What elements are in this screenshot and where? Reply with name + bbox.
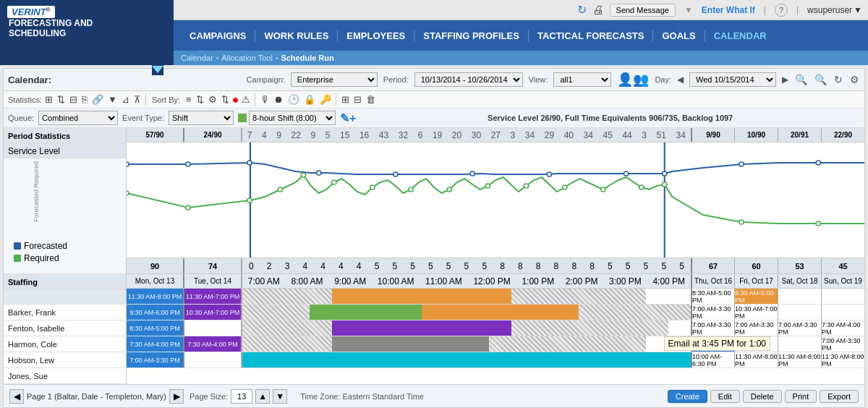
- service-level-label: Service Level: [4, 144, 126, 158]
- barker-mon-shift[interactable]: 11:30 AM-8:00 PM: [127, 289, 184, 304]
- day-select[interactable]: Wed 10/15/2014: [689, 72, 776, 87]
- enter-what-if-link[interactable]: Enter What If: [702, 5, 755, 15]
- jones-wed-shift[interactable]: [242, 352, 691, 367]
- nav-work-rules[interactable]: WORK RULES: [255, 30, 338, 41]
- sort-settings-button[interactable]: ⚙: [207, 93, 218, 106]
- mic-button[interactable]: 🎙: [259, 93, 271, 106]
- svg-point-20: [370, 185, 375, 190]
- sl-cells-intraday: 7492295151643326192030273342940344544351…: [242, 128, 691, 142]
- settings-button[interactable]: ⚙: [850, 74, 859, 85]
- day-label: Day:: [655, 75, 671, 84]
- shift-select[interactable]: 8-hour Shift (8:00): [249, 111, 336, 125]
- add-shift-button[interactable]: ✎+: [340, 111, 356, 125]
- stats-arrow-button[interactable]: ⇅: [56, 93, 67, 106]
- lock-button[interactable]: 🔒: [302, 93, 317, 106]
- hobson-tue-shift[interactable]: 7:30 AM-4:00 PM: [184, 336, 242, 352]
- nav-employees[interactable]: EMPLOYEES: [338, 30, 414, 41]
- page-next-button[interactable]: ▶: [169, 389, 184, 404]
- fenton-wed-shifts: [242, 305, 691, 320]
- fenton-mon-shift[interactable]: 9:30 AM-6:00 PM: [127, 305, 184, 320]
- alert-button[interactable]: ⚠: [240, 93, 252, 106]
- clock-button[interactable]: 🕐: [286, 93, 301, 106]
- help-button[interactable]: ?: [775, 4, 788, 17]
- nav-calendar[interactable]: CALENDAR: [705, 30, 775, 41]
- event-type-select[interactable]: Shift: [169, 111, 234, 125]
- period-select[interactable]: 10/13/2014 - 10/26/2014: [414, 72, 523, 87]
- barker-fri-shift[interactable]: 8:30 AM-5:00 PM: [734, 289, 778, 304]
- shift-color-swatch: [238, 114, 247, 122]
- zoom-out-button[interactable]: 🔍: [814, 74, 827, 85]
- refresh-icon[interactable]: ↻: [577, 3, 587, 17]
- tooltip-email: Email at 3:45 PM for 1:00: [664, 336, 770, 351]
- header: VERINT® FORECASTING AND SCHEDULING ↻ 🖨 S…: [0, 0, 868, 65]
- barker-sun-shift: [821, 289, 864, 304]
- day-prev-button[interactable]: ◀: [677, 75, 684, 85]
- page-size-input[interactable]: [231, 389, 252, 404]
- refresh-calendar-button[interactable]: ↻: [834, 74, 843, 85]
- sort-arrow-button[interactable]: ⇅: [195, 93, 205, 106]
- media-button[interactable]: ⏺: [273, 93, 285, 106]
- jones-mon-shift[interactable]: 7:00 AM-3:30 PM: [127, 352, 184, 367]
- delete-button[interactable]: Delete: [743, 390, 782, 403]
- schedule-row-jones: 7:00 AM-3:30 PM 10:00 AM-6:30 PM 11:30 A…: [127, 352, 864, 368]
- page-size-down-button[interactable]: ▼: [273, 389, 287, 404]
- page-size-up-button[interactable]: ▲: [255, 389, 270, 404]
- zoom-in-button[interactable]: 🔍: [795, 74, 807, 85]
- barker-orange-shift[interactable]: [332, 289, 511, 304]
- nav-goals[interactable]: GOALS: [653, 30, 705, 41]
- stats-table-button[interactable]: ⊟: [68, 93, 79, 106]
- barker-tue-shift[interactable]: 11:30 AM-7:00 PM: [184, 289, 242, 304]
- app-title: FORECASTING AND SCHEDULING: [7, 18, 93, 39]
- view-select[interactable]: all1: [553, 72, 611, 87]
- layers-button[interactable]: ⊟: [352, 93, 363, 106]
- date-tue: Tue, Oct 14: [184, 274, 242, 288]
- harmon-mon-shift[interactable]: 8:30 AM-5:00 PM: [127, 320, 184, 336]
- person-icons[interactable]: 👤👥: [617, 72, 649, 88]
- fenton-orange-shift[interactable]: [422, 305, 579, 320]
- nav-tactical-forecasts[interactable]: TACTICAL FORECASTS: [529, 30, 654, 41]
- sort-list-button[interactable]: ≡: [184, 93, 193, 106]
- date-times: 7:00 AM 8:00 AM 9:00 AM 10:00 AM 11:00 A…: [242, 274, 691, 288]
- day-next-button[interactable]: ▶: [782, 75, 788, 85]
- sort-arrow2-button[interactable]: ⇅: [220, 93, 231, 106]
- nav-staffing-profiles[interactable]: STAFFING PROFILES: [414, 30, 529, 41]
- stats-link-button[interactable]: 🔗: [90, 93, 105, 106]
- user-menu-button[interactable]: wsuperuser ▼: [807, 5, 862, 15]
- send-message-button[interactable]: Send Message: [610, 4, 676, 17]
- hobson-gray-shift[interactable]: [332, 336, 489, 352]
- harmon-purple-shift[interactable]: [332, 320, 511, 336]
- stats-funnel-button[interactable]: ⊿: [120, 93, 131, 106]
- key-button[interactable]: 🔑: [318, 93, 333, 106]
- nav-section: ↻ 🖨 Send Message ▼ Enter What If | ? | w…: [174, 0, 868, 65]
- fenton-tue-shift[interactable]: 10:30 AM-7:00 PM: [184, 305, 242, 320]
- date-fri: Fri, Oct 17: [734, 274, 778, 288]
- statistics-label: Statistics:: [8, 95, 42, 104]
- trash-button[interactable]: 🗑: [365, 93, 377, 106]
- jones-tue-shift: [184, 352, 242, 367]
- breadcrumb-calendar[interactable]: Calendar: [181, 54, 213, 62]
- jones-fri-shift: 11:30 AM-8:00 PM: [734, 352, 778, 367]
- page-prev-button[interactable]: ◀: [9, 389, 24, 404]
- export-button[interactable]: Export: [820, 390, 859, 403]
- period-label: Period:: [383, 75, 409, 84]
- grid-action-button[interactable]: ⊞: [340, 93, 351, 106]
- stats-filter2-button[interactable]: ⊼: [132, 93, 142, 106]
- alert-indicator: ●: [232, 94, 239, 106]
- breadcrumb-allocation[interactable]: Allocation Tool: [221, 54, 273, 62]
- campaign-label: Campaign:: [247, 75, 285, 84]
- print-icon[interactable]: 🖨: [592, 4, 604, 17]
- queue-select[interactable]: Combined: [38, 111, 118, 125]
- hobson-mon-shift[interactable]: 7:30 AM-4:00 PM: [127, 336, 184, 352]
- nav-campaigns[interactable]: CAMPAIGNS: [181, 30, 255, 41]
- breadcrumb-schedule-run[interactable]: Schedule Run: [281, 54, 333, 62]
- edit-button[interactable]: Edit: [710, 390, 740, 403]
- stats-filter-button[interactable]: ▼: [106, 93, 119, 106]
- print-button[interactable]: Print: [785, 390, 817, 403]
- svg-point-30: [816, 221, 820, 226]
- campaign-select[interactable]: Enterprise: [291, 72, 378, 87]
- stats-grid-button[interactable]: ⊞: [43, 93, 54, 106]
- create-button[interactable]: Create: [668, 390, 707, 403]
- stats-copy-button[interactable]: ⎘: [80, 93, 89, 106]
- employee-fenton: Fenton, Isabelle: [4, 320, 126, 336]
- fenton-green-shift[interactable]: [310, 305, 422, 320]
